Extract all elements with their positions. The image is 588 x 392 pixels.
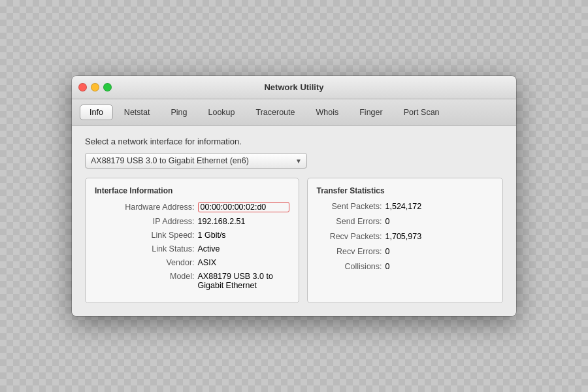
tab-info[interactable]: Info xyxy=(80,105,113,120)
interface-info-panel: Interface Information Hardware Address: … xyxy=(85,178,299,303)
model-value: AX88179 USB 3.0 to Gigabit Ethernet xyxy=(198,272,289,290)
ip-address-value: 192.168.2.51 xyxy=(198,217,289,226)
tab-finger[interactable]: Finger xyxy=(350,105,392,120)
vendor-label: Vendor: xyxy=(166,258,194,267)
transfer-stats-panel: Transfer Statistics Sent Packets: 1,524,… xyxy=(307,178,503,303)
recv-packets-row: Recv Packets: 1,705,973 xyxy=(317,232,493,241)
close-button[interactable] xyxy=(78,83,87,91)
interface-dropdown-wrapper: AX88179 USB 3.0 to Gigabit Ethernet (en6… xyxy=(85,153,307,169)
transfer-stats-title: Transfer Statistics xyxy=(317,186,493,195)
sent-packets-label: Sent Packets: xyxy=(317,202,382,211)
titlebar: Network Utility xyxy=(72,76,516,99)
collisions-value: 0 xyxy=(385,262,390,271)
link-speed-row: Link Speed: 1 Gbit/s xyxy=(95,231,289,240)
recv-errors-row: Recv Errors: 0 xyxy=(317,247,493,256)
interface-selector-row: AX88179 USB 3.0 to Gigabit Ethernet (en6… xyxy=(85,153,503,169)
window-title: Network Utility xyxy=(264,82,323,92)
tab-lookup[interactable]: Lookup xyxy=(199,105,245,120)
recv-packets-label: Recv Packets: xyxy=(317,232,382,241)
collisions-label: Collisions: xyxy=(317,262,382,271)
hardware-address-value: 00:00:00:00:02:d0 xyxy=(198,202,289,212)
link-speed-label: Link Speed: xyxy=(152,231,195,240)
maximize-button[interactable] xyxy=(103,83,112,91)
send-errors-value: 0 xyxy=(385,217,390,226)
tab-ping[interactable]: Ping xyxy=(161,105,197,120)
vendor-row: Vendor: ASIX xyxy=(95,258,289,267)
tab-netstat[interactable]: Netstat xyxy=(114,105,160,120)
link-status-label: Link Status: xyxy=(152,244,194,253)
sent-packets-row: Sent Packets: 1,524,172 xyxy=(317,202,493,211)
vendor-value: ASIX xyxy=(198,258,289,267)
tab-portscan[interactable]: Port Scan xyxy=(394,105,449,120)
link-status-value: Active xyxy=(198,244,289,253)
send-errors-row: Send Errors: 0 xyxy=(317,217,493,226)
tab-bar: Info Netstat Ping Lookup Traceroute Whoi… xyxy=(72,99,516,126)
content-area: Select a network interface for informati… xyxy=(72,126,516,316)
link-speed-value: 1 Gbit/s xyxy=(198,231,289,240)
ip-address-row: IP Address: 192.168.2.51 xyxy=(95,217,289,226)
link-status-row: Link Status: Active xyxy=(95,244,289,253)
tab-traceroute[interactable]: Traceroute xyxy=(246,105,305,120)
prompt-label: Select a network interface for informati… xyxy=(85,137,503,146)
ip-address-label: IP Address: xyxy=(153,217,195,226)
model-row: Model: AX88179 USB 3.0 to Gigabit Ethern… xyxy=(95,272,289,290)
main-window: Network Utility Info Netstat Ping Lookup… xyxy=(72,76,516,316)
tab-whois[interactable]: Whois xyxy=(306,105,349,120)
interface-dropdown[interactable]: AX88179 USB 3.0 to Gigabit Ethernet (en6… xyxy=(85,153,307,169)
recv-packets-value: 1,705,973 xyxy=(385,232,422,241)
traffic-lights xyxy=(78,83,112,91)
interface-info-title: Interface Information xyxy=(95,186,289,195)
hardware-address-label: Hardware Address: xyxy=(125,203,194,212)
model-line2: Gigabit Ethernet xyxy=(198,281,289,290)
model-line1: AX88179 USB 3.0 to xyxy=(198,272,289,281)
sent-packets-value: 1,524,172 xyxy=(385,202,422,211)
model-label: Model: xyxy=(170,272,195,281)
recv-errors-value: 0 xyxy=(385,247,390,256)
send-errors-label: Send Errors: xyxy=(317,217,382,226)
info-panels: Interface Information Hardware Address: … xyxy=(85,178,503,303)
collisions-row: Collisions: 0 xyxy=(317,262,493,271)
hardware-address-row: Hardware Address: 00:00:00:00:02:d0 xyxy=(95,202,289,212)
recv-errors-label: Recv Errors: xyxy=(317,247,382,256)
minimize-button[interactable] xyxy=(91,83,99,91)
